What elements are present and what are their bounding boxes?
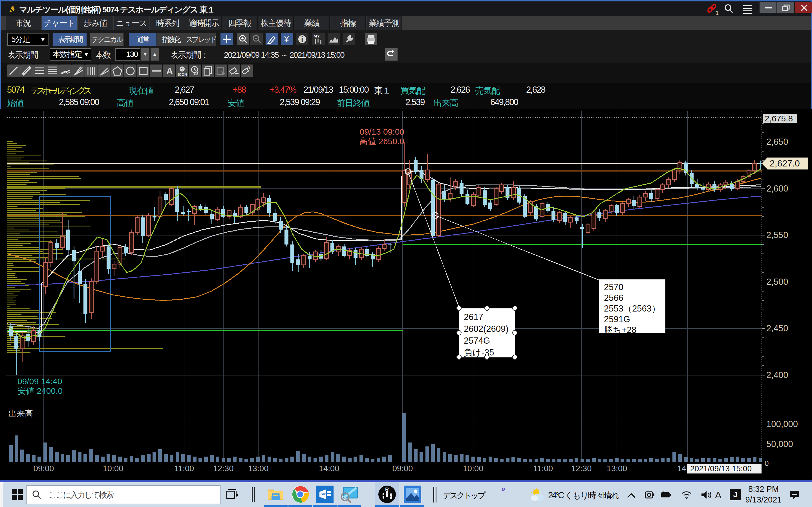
svg-text:2,627.0: 2,627.0 [770,158,800,168]
svg-text:12:30: 12:30 [571,464,592,473]
svg-text:A: A [166,66,173,76]
svg-text:2,675.8: 2,675.8 [765,114,793,123]
svg-text:2617: 2617 [464,312,483,322]
svg-text:2,550: 2,550 [766,230,788,240]
svg-text:12:30: 12:30 [213,464,234,473]
svg-text:100,000: 100,000 [766,419,798,429]
svg-text:高値 2650.0: 高値 2650.0 [359,136,404,146]
svg-text:2,450: 2,450 [766,323,788,333]
svg-text:13:00: 13:00 [607,464,627,473]
svg-text:09/13 09:00: 09/13 09:00 [360,127,404,136]
svg-text:2,650: 2,650 [766,137,788,147]
svg-text:安値 2400.0: 安値 2400.0 [17,386,63,395]
svg-text:11:00: 11:00 [533,464,553,473]
svg-text:10:00: 10:00 [463,464,484,473]
svg-text:14:00: 14:00 [319,464,340,473]
svg-text:2021/09/13 15:00: 2021/09/13 15:00 [690,464,752,473]
svg-text:11:00: 11:00 [174,464,194,473]
svg-text:2570: 2570 [604,282,623,292]
svg-text:13:00: 13:00 [248,464,269,473]
svg-text:1: 1 [716,10,719,15]
svg-text:50,000: 50,000 [766,439,793,449]
svg-text:09:00: 09:00 [393,464,413,473]
svg-text:MY: MY [313,34,320,38]
svg-text:2,400: 2,400 [766,370,788,380]
svg-text:出来高: 出来高 [8,409,33,418]
svg-text:2,600: 2,600 [766,184,788,193]
svg-text:2574G: 2574G [464,336,490,346]
svg-text:勝ち+28: 勝ち+28 [604,325,637,335]
svg-text:72:00: 72:00 [320,492,327,495]
svg-text:2,500: 2,500 [766,277,788,287]
svg-text:09/09 14:40: 09/09 14:40 [17,377,62,386]
svg-text:負け-35: 負け-35 [464,348,494,357]
svg-text:2591G: 2591G [604,314,630,324]
svg-text:2566: 2566 [604,293,623,303]
svg-text:i: i [301,35,303,43]
svg-text:09:00: 09:00 [34,464,54,473]
svg-text:10:00: 10:00 [103,464,123,473]
svg-text:2602(2609): 2602(2609) [464,324,509,334]
svg-text:ICON: ICON [178,72,187,76]
svg-text:0: 0 [765,459,769,467]
svg-text:2553（2563）: 2553（2563） [604,304,660,314]
